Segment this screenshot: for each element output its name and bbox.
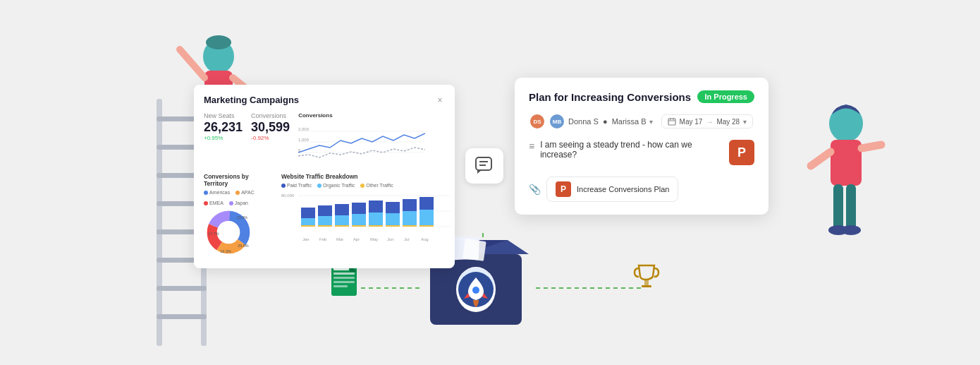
date-end: May 28 — [716, 118, 740, 126]
svg-rect-41 — [333, 285, 348, 287]
svg-text:1,000: 1,000 — [298, 138, 310, 142]
avatar-donna: DS — [529, 113, 546, 130]
svg-text:Jan: Jan — [302, 237, 310, 241]
svg-text:Aug: Aug — [421, 237, 429, 241]
svg-text:2,000: 2,000 — [298, 127, 310, 131]
attachment-name: Increase Conversions Plan — [577, 185, 669, 193]
svg-rect-91 — [419, 210, 434, 227]
svg-rect-74 — [318, 225, 332, 227]
comment-text: I am seeing a steady trend - how can we … — [540, 140, 718, 160]
plan-card: Plan for Increasing Conversions In Progr… — [515, 78, 768, 215]
svg-rect-92 — [419, 225, 434, 227]
legend-japan: Japan — [229, 201, 248, 205]
google-sheets-icon — [331, 265, 357, 296]
conversions-label: Conversions — [251, 112, 290, 119]
svg-text:80,000: 80,000 — [281, 193, 295, 198]
conversions-chart-area: Conversions 2,000 1,000 0 — [298, 112, 445, 166]
conversions-metric: Conversions 30,599 -0.92% — [251, 112, 290, 166]
svg-rect-82 — [369, 213, 383, 227]
svg-line-17 — [180, 49, 204, 78]
svg-text:May: May — [370, 237, 378, 241]
card-header: Marketing Campaigns × — [204, 95, 445, 105]
territory-chart: Conversions by Territory Americas APAC E… — [204, 173, 274, 258]
svg-text:Mar: Mar — [336, 237, 343, 241]
legend-dot-organic — [317, 184, 321, 188]
conversions-value: 30,599 — [251, 121, 290, 133]
svg-rect-47 — [476, 157, 491, 170]
svg-point-60 — [219, 222, 238, 242]
svg-rect-46 — [463, 239, 486, 261]
new-seats-value: 26,231 — [204, 121, 243, 133]
legend-dot-japan — [229, 201, 233, 205]
svg-text:23.9%: 23.9% — [237, 215, 248, 220]
svg-rect-80 — [352, 225, 366, 227]
svg-text:Apr: Apr — [353, 237, 360, 241]
status-badge: In Progress — [697, 90, 754, 103]
plan-comment-row: ≡ I am seeing a steady trend - how can w… — [529, 140, 754, 165]
svg-rect-88 — [403, 211, 417, 227]
date-range[interactable]: May 17 → May 28 ▾ — [661, 114, 754, 128]
svg-point-35 — [472, 287, 479, 294]
chat-icon — [474, 156, 494, 176]
svg-rect-71 — [301, 225, 315, 227]
legend-organic: Organic Traffic — [317, 183, 355, 188]
svg-rect-79 — [352, 214, 366, 227]
legend-dot-americas — [204, 191, 208, 195]
trophy-icon — [635, 265, 659, 287]
chat-bubble-widget — [465, 148, 503, 184]
new-seats-label: New Seats — [204, 112, 243, 119]
svg-text:29.8%: 29.8% — [238, 244, 249, 248]
paperclip-icon: 📎 — [529, 184, 541, 195]
svg-rect-42 — [644, 280, 649, 285]
legend-other: Other Traffic — [360, 183, 393, 188]
traffic-legend: Paid Traffic Organic Traffic Other Traff… — [281, 183, 451, 188]
svg-text:Feb: Feb — [319, 237, 327, 241]
assignees: DS MB Donna S ● Marissa B ▾ — [529, 113, 653, 130]
svg-rect-77 — [335, 225, 349, 227]
svg-rect-43 — [642, 285, 651, 287]
calendar-icon — [668, 117, 676, 126]
bar-chart-svg: 80,000 — [281, 190, 451, 246]
svg-rect-4 — [157, 99, 162, 346]
territory-legend: Americas APAC EMEA Japan — [204, 190, 274, 205]
traffic-title: Website Traffic Breakdown — [281, 173, 451, 180]
svg-rect-76 — [335, 215, 349, 227]
svg-rect-85 — [386, 213, 400, 227]
legend-emea: EMEA — [204, 201, 223, 205]
svg-rect-86 — [386, 225, 400, 227]
legend-americas: Americas — [204, 190, 230, 195]
conversions-change: -0.92% — [251, 135, 290, 141]
svg-line-26 — [862, 145, 881, 148]
svg-text:16.3%: 16.3% — [220, 249, 231, 253]
bottom-charts: Conversions by Territory Americas APAC E… — [204, 173, 445, 258]
plan-meta: DS MB Donna S ● Marissa B ▾ May 17 → May… — [529, 113, 754, 130]
svg-point-30 — [841, 225, 861, 235]
svg-rect-89 — [403, 225, 417, 227]
line-chart-svg: 2,000 1,000 0 — [298, 121, 425, 164]
ppt-thumbnail: P — [729, 140, 754, 165]
svg-rect-12 — [157, 286, 207, 291]
hamburger-icon: ≡ — [529, 140, 534, 152]
svg-text:17.7%: 17.7% — [208, 232, 219, 236]
svg-line-25 — [811, 152, 831, 166]
svg-text:Jun: Jun — [387, 237, 394, 241]
svg-point-15 — [206, 35, 231, 49]
attachment-pp-icon: P — [556, 181, 571, 197]
svg-rect-38 — [333, 273, 355, 275]
close-button[interactable]: × — [435, 95, 445, 105]
svg-rect-24 — [831, 140, 862, 186]
attachment-item[interactable]: P Increase Conversions Plan — [546, 176, 678, 202]
legend-dot-paid — [281, 184, 286, 188]
date-start: May 17 — [680, 118, 703, 126]
svg-rect-27 — [833, 184, 843, 230]
territory-title: Conversions by Territory — [204, 173, 274, 187]
legend-dot-emea — [204, 201, 208, 205]
conv-chart-title: Conversions — [298, 112, 445, 119]
svg-rect-73 — [318, 216, 332, 227]
plan-title: Plan for Increasing Conversions — [529, 91, 691, 103]
card-title: Marketing Campaigns — [204, 95, 299, 105]
new-seats-change: +0.95% — [204, 135, 243, 141]
new-seats-metric: New Seats 26,231 +0.95% — [204, 112, 243, 166]
legend-dot-apac — [235, 191, 240, 195]
svg-text:Jul: Jul — [404, 237, 410, 241]
